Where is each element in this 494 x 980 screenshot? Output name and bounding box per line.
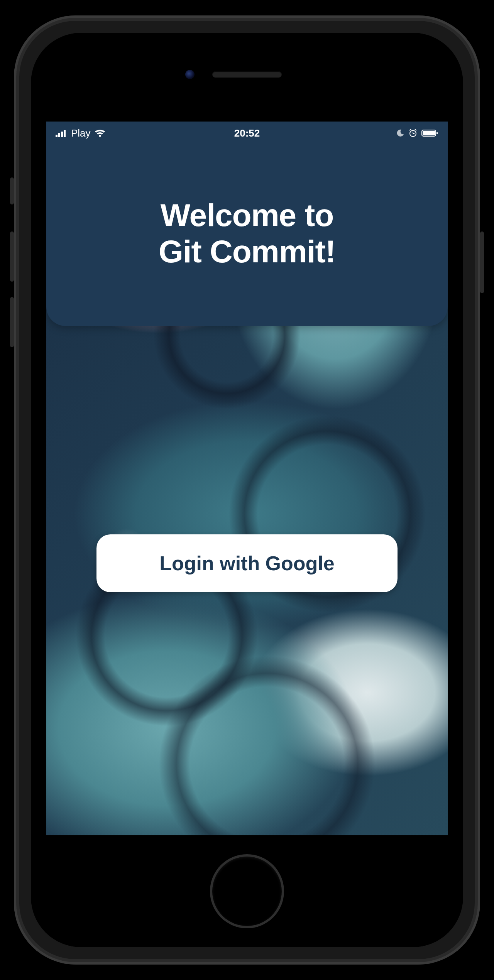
svg-rect-3 — [64, 130, 66, 137]
volume-up-button — [10, 231, 14, 282]
login-with-google-button[interactable]: Login with Google — [96, 534, 398, 592]
svg-rect-0 — [56, 135, 58, 137]
battery-icon — [421, 129, 438, 137]
phone-body: Welcome to Git Commit! Play — [14, 15, 480, 965]
login-button-label: Login with Google — [159, 552, 334, 575]
svg-rect-1 — [58, 133, 60, 137]
screen: Welcome to Git Commit! Play — [46, 122, 448, 835]
svg-point-4 — [99, 135, 101, 137]
welcome-title: Welcome to Git Commit! — [159, 197, 335, 270]
svg-rect-2 — [61, 132, 63, 137]
status-bar: Play 20:52 — [46, 122, 448, 145]
volume-down-button — [10, 297, 14, 347]
signal-icon — [56, 129, 67, 137]
carrier-label: Play — [71, 127, 91, 139]
svg-line-9 — [415, 129, 416, 130]
wifi-icon — [95, 129, 105, 137]
device-frame: Welcome to Git Commit! Play — [0, 0, 494, 980]
svg-rect-11 — [423, 131, 435, 135]
status-time: 20:52 — [234, 127, 260, 139]
alarm-icon — [408, 129, 418, 137]
header-banner: Welcome to Git Commit! — [46, 122, 448, 326]
home-button[interactable] — [212, 857, 282, 926]
moon-icon — [396, 129, 404, 137]
svg-rect-12 — [436, 132, 438, 134]
mute-switch — [10, 177, 14, 204]
earpiece-speaker — [212, 71, 282, 78]
status-left: Play — [56, 127, 105, 139]
power-button — [480, 231, 484, 293]
front-camera — [185, 70, 195, 79]
phone-bezel: Welcome to Git Commit! Play — [31, 33, 463, 947]
status-right — [396, 129, 438, 137]
svg-line-8 — [409, 129, 411, 130]
